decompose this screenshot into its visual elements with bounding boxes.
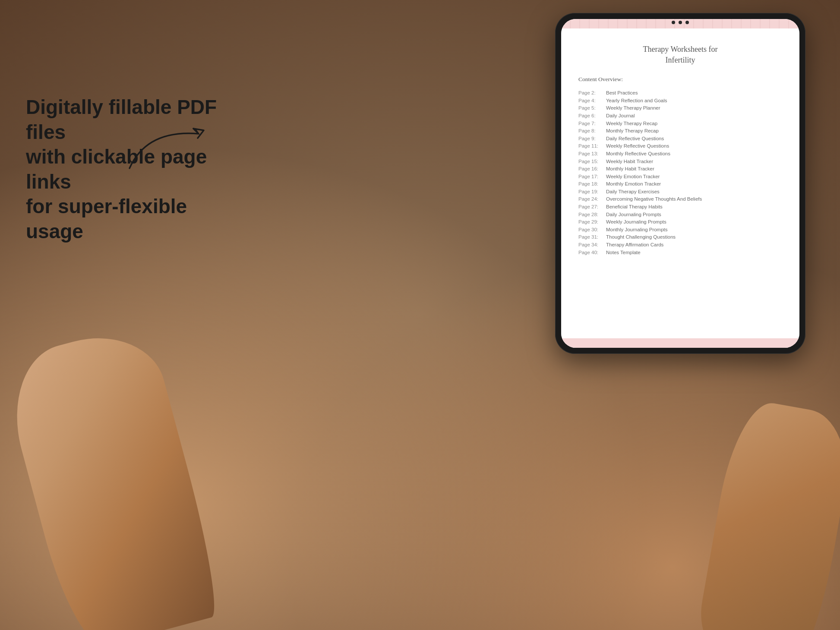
toc-page-number: Page 8: <box>578 128 603 133</box>
document-title: Therapy Worksheets for Infertility <box>578 44 782 66</box>
toc-page-number: Page 18: <box>578 181 603 186</box>
toc-title: Weekly Habit Tracker <box>606 159 653 164</box>
table-row: Page 2:Best Practices <box>578 89 782 97</box>
table-row: Page 11:Weekly Reflective Questions <box>578 142 782 150</box>
document-page: Therapy Worksheets for Infertility Conte… <box>561 19 799 348</box>
toc-title: Weekly Therapy Recap <box>606 121 657 126</box>
table-row: Page 29:Weekly Journaling Prompts <box>578 218 782 226</box>
tablet-device: Therapy Worksheets for Infertility Conte… <box>555 13 805 354</box>
toc-page-number: Page 34: <box>578 242 603 247</box>
table-row: Page 7:Weekly Therapy Recap <box>578 120 782 127</box>
toc-page-number: Page 11: <box>578 143 603 148</box>
toc-page-number: Page 28: <box>578 212 603 217</box>
table-row: Page 18:Monthly Emotion Tracker <box>578 180 782 188</box>
table-row: Page 28:Daily Journaling Prompts <box>578 211 782 218</box>
table-row: Page 19:Daily Therapy Exercises <box>578 188 782 195</box>
toc-title: Monthly Reflective Questions <box>606 151 670 156</box>
table-row: Page 30:Monthly Journaling Prompts <box>578 226 782 233</box>
table-row: Page 5:Weekly Therapy Planner <box>578 104 782 112</box>
toc-title: Notes Template <box>606 250 641 255</box>
toc-title: Daily Therapy Exercises <box>606 189 660 194</box>
toc-page-number: Page 7: <box>578 121 603 126</box>
table-row: Page 8:Monthly Therapy Recap <box>578 127 782 135</box>
toc-title: Weekly Journaling Prompts <box>606 219 666 224</box>
tagline-line3: for super-flexible usage <box>26 195 187 243</box>
toc-page-number: Page 5: <box>578 105 603 110</box>
toc-title: Monthly Habit Tracker <box>606 166 654 171</box>
table-row: Page 15:Weekly Habit Tracker <box>578 158 782 165</box>
arrow-icon <box>121 121 233 177</box>
toc-title: Best Practices <box>606 90 638 95</box>
toc-page-number: Page 19: <box>578 189 603 194</box>
doc-title-line2: Infertility <box>666 56 695 64</box>
table-row: Page 16:Monthly Habit Tracker <box>578 165 782 173</box>
toc-page-number: Page 40: <box>578 250 603 255</box>
toc-page-number: Page 29: <box>578 219 603 224</box>
toc-title: Therapy Affirmation Cards <box>606 242 663 247</box>
toc-page-number: Page 6: <box>578 113 603 118</box>
toc-page-number: Page 15: <box>578 159 603 164</box>
toc-page-number: Page 31: <box>578 234 603 239</box>
camera-dot-2 <box>679 21 682 24</box>
table-row: Page 17:Weekly Emotion Tracker <box>578 173 782 180</box>
toc-page-number: Page 16: <box>578 166 603 171</box>
camera-bar <box>672 21 689 24</box>
toc-title: Daily Journaling Prompts <box>606 212 661 217</box>
toc-page-number: Page 2: <box>578 90 603 95</box>
table-row: Page 13:Monthly Reflective Questions <box>578 150 782 158</box>
camera-dot-1 <box>672 21 675 24</box>
toc-title: Monthly Emotion Tracker <box>606 181 661 186</box>
toc-title: Weekly Emotion Tracker <box>606 174 660 179</box>
arrow-container <box>121 121 250 181</box>
toc-title: Beneficial Therapy Habits <box>606 204 663 209</box>
toc-title: Overcoming Negative Thoughts And Beliefs <box>606 196 702 202</box>
table-of-contents: Page 2:Best PracticesPage 4:Yearly Refle… <box>578 89 782 256</box>
toc-page-number: Page 24: <box>578 196 603 202</box>
page-bottom-border <box>561 338 799 348</box>
toc-page-number: Page 9: <box>578 136 603 141</box>
toc-title: Weekly Reflective Questions <box>606 143 669 148</box>
toc-title: Thought Challenging Questions <box>606 234 676 239</box>
toc-title: Daily Reflective Questions <box>606 136 664 141</box>
overview-label: Content Overview: <box>578 76 782 83</box>
toc-title: Weekly Therapy Planner <box>606 105 660 110</box>
page-content: Therapy Worksheets for Infertility Conte… <box>561 28 799 338</box>
toc-page-number: Page 4: <box>578 98 603 103</box>
table-row: Page 40:Notes Template <box>578 249 782 256</box>
table-row: Page 34:Therapy Affirmation Cards <box>578 241 782 249</box>
table-row: Page 24:Overcoming Negative Thoughts And… <box>578 195 782 203</box>
toc-page-number: Page 17: <box>578 174 603 179</box>
table-row: Page 31:Thought Challenging Questions <box>578 233 782 241</box>
toc-title: Monthly Therapy Recap <box>606 128 659 133</box>
tablet-screen: Therapy Worksheets for Infertility Conte… <box>561 19 799 348</box>
left-content-area: Digitally fillable PDF files with clicka… <box>26 86 233 244</box>
table-row: Page 27:Beneficial Therapy Habits <box>578 203 782 211</box>
toc-title: Monthly Journaling Prompts <box>606 227 668 232</box>
toc-page-number: Page 13: <box>578 151 603 156</box>
toc-title: Daily Journal <box>606 113 635 118</box>
toc-page-number: Page 30: <box>578 227 603 232</box>
doc-title-line1: Therapy Worksheets for <box>643 45 717 54</box>
table-row: Page 4:Yearly Reflection and Goals <box>578 97 782 104</box>
table-row: Page 9:Daily Reflective Questions <box>578 135 782 142</box>
table-row: Page 6:Daily Journal <box>578 112 782 120</box>
tablet-body: Therapy Worksheets for Infertility Conte… <box>555 13 805 354</box>
toc-page-number: Page 27: <box>578 204 603 209</box>
camera-dot-3 <box>685 21 689 24</box>
toc-title: Yearly Reflection and Goals <box>606 98 667 103</box>
